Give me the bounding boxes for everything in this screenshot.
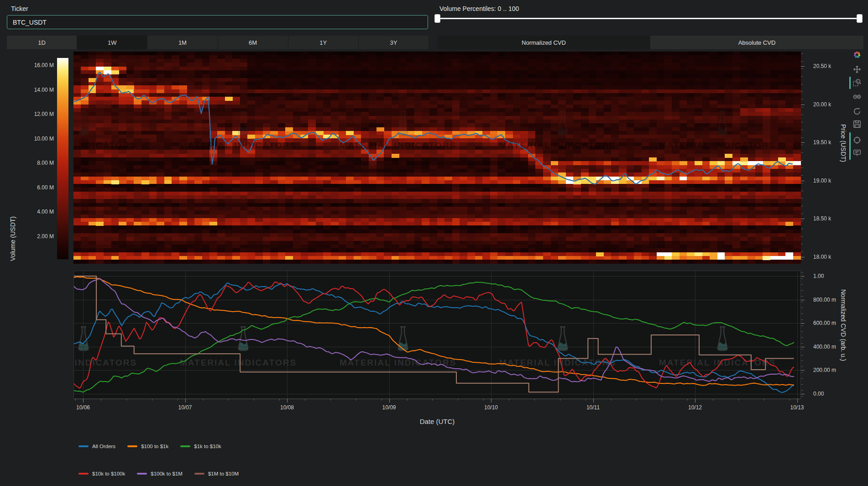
- price-minor-tick: [801, 244, 803, 244]
- x-tick-label: 10/13: [784, 404, 811, 411]
- legend-item--100-to-1k[interactable]: $100 to $1k: [127, 444, 168, 449]
- range-button-1w[interactable]: 1W: [77, 36, 147, 49]
- box-zoom-icon[interactable]: [853, 78, 861, 89]
- x-tick-label: 10/06: [69, 404, 97, 411]
- legend-item--1m-to-10m[interactable]: $1M to $10M: [194, 471, 239, 476]
- percentile-slider-handle-low[interactable]: [434, 14, 440, 23]
- legend-item-all-orders[interactable]: All Orders: [78, 444, 115, 449]
- legend-label: All Orders: [92, 444, 115, 449]
- price-minor-tick: [801, 122, 803, 122]
- cvd-canvas[interactable]: [73, 271, 801, 399]
- heatmap-canvas[interactable]: [73, 52, 801, 264]
- price-minor-tick: [801, 61, 803, 62]
- x-minor-tick: [458, 399, 458, 401]
- x-minor-tick: [534, 399, 535, 401]
- x-tick-label: 10/08: [273, 404, 301, 411]
- legend-swatch: [180, 445, 190, 447]
- price-minor-tick: [801, 115, 803, 115]
- price-minor-tick: [801, 183, 803, 183]
- ticker-label: Ticker: [11, 5, 28, 12]
- cvd-tick-label: 0.00: [813, 391, 824, 397]
- price-tick-label: 18.50 k: [813, 215, 831, 222]
- legend-row-2: $10k to $100k$100k to $1M$1M to $10M: [78, 468, 239, 479]
- price-minor-tick: [801, 206, 803, 206]
- x-minor-tick: [790, 399, 790, 401]
- price-minor-tick: [801, 175, 803, 176]
- price-axis-title: Price (USDT): [840, 124, 847, 162]
- hover-mode-icon[interactable]: [853, 149, 861, 159]
- price-minor-tick: [801, 160, 803, 161]
- range-button-1m[interactable]: 1M: [147, 36, 218, 49]
- x-tick-mark: [389, 399, 390, 402]
- x-minor-tick: [178, 399, 178, 401]
- x-minor-tick: [75, 399, 76, 401]
- plotly-logo-icon[interactable]: [853, 51, 861, 61]
- price-tick-mark: [801, 257, 805, 257]
- zoom-in-out-icon[interactable]: [853, 93, 861, 103]
- cvd-minor-tick: [801, 278, 803, 279]
- x-minor-tick: [560, 399, 560, 401]
- cvd-minor-tick: [801, 308, 803, 308]
- pan-icon[interactable]: [853, 65, 861, 75]
- x-minor-tick: [611, 399, 612, 401]
- cvd-minor-tick: [801, 319, 803, 320]
- ticker-input[interactable]: [7, 15, 428, 29]
- x-minor-tick: [586, 399, 586, 401]
- x-minor-tick: [330, 399, 331, 401]
- cvd-minor-tick: [801, 372, 803, 373]
- colorbar-tick-label: 14.00 M: [14, 87, 54, 93]
- legend-swatch: [127, 445, 137, 447]
- cvd-minor-tick: [801, 361, 803, 361]
- colorbar-tick-label: 4.00 M: [14, 209, 54, 215]
- x-axis-line: [73, 399, 801, 399]
- x-minor-tick: [636, 399, 637, 401]
- dashboard: Ticker 1D1W1M6M1Y3Y Volume Percentiles: …: [0, 0, 868, 486]
- x-tick-mark: [83, 399, 84, 402]
- price-minor-tick: [801, 221, 803, 221]
- tab-normalized-cvd[interactable]: Normalized CVD: [437, 36, 650, 49]
- range-button-6m[interactable]: 6M: [218, 36, 288, 49]
- x-minor-tick: [509, 399, 509, 401]
- x-tick-mark: [797, 399, 798, 402]
- x-tick-mark: [695, 399, 695, 402]
- price-minor-tick: [801, 214, 803, 214]
- range-button-1d[interactable]: 1D: [7, 36, 77, 49]
- price-tick-mark: [801, 66, 805, 67]
- legend-row-1: All Orders$100 to $1k$1k to $10k: [78, 441, 221, 452]
- percentile-slider-handle-high[interactable]: [857, 14, 863, 23]
- cvd-tick-mark: [801, 323, 805, 324]
- price-tick-label: 18.00 k: [813, 254, 831, 260]
- x-minor-tick: [713, 399, 713, 401]
- toggle-spikelines-icon[interactable]: [853, 136, 861, 146]
- legend-item--100k-to-1m[interactable]: $100k to $1M: [137, 471, 183, 476]
- heatmap-plot-area: MATERIAL INDICATORSMATERIAL INDICATORSMA…: [73, 52, 801, 264]
- cvd-axis-title: Normalized CVD (arb. u.): [840, 289, 847, 361]
- cvd-minor-tick: [801, 337, 803, 338]
- cvd-minor-tick: [801, 272, 803, 273]
- x-minor-tick: [662, 399, 662, 401]
- cvd-minor-tick: [801, 302, 803, 302]
- x-tick-label: 10/07: [172, 404, 199, 411]
- range-button-1y[interactable]: 1Y: [288, 36, 359, 49]
- cvd-tick-label: 400.00 m: [813, 344, 836, 350]
- legend-item--10k-to-100k[interactable]: $10k to $100k: [78, 471, 125, 476]
- price-minor-tick: [801, 191, 803, 191]
- price-minor-tick: [801, 236, 803, 237]
- legend-swatch: [78, 473, 89, 475]
- cvd-minor-tick: [801, 343, 803, 344]
- legend-item--1k-to-10k[interactable]: $1k to $10k: [180, 444, 221, 449]
- volume-axis-title: Volume (USDT): [9, 216, 16, 261]
- colorbar-tick-label: 10.00 M: [14, 136, 54, 142]
- x-minor-tick: [152, 399, 152, 401]
- download-plot-icon[interactable]: [853, 120, 861, 130]
- cvd-tick-label: 600.00 m: [813, 320, 836, 326]
- price-minor-tick: [801, 76, 803, 77]
- cvd-tick-mark: [801, 394, 805, 394]
- tab-absolute-cvd[interactable]: Absolute CVD: [650, 36, 863, 49]
- reset-axes-icon[interactable]: [853, 107, 861, 117]
- range-button-3y[interactable]: 3Y: [359, 36, 429, 49]
- colorbar-tick-label: 6.00 M: [14, 184, 54, 191]
- legend-label: $100 to $1k: [141, 444, 168, 449]
- x-tick-label: 10/09: [376, 404, 403, 411]
- percentile-slider-track[interactable]: [437, 18, 860, 19]
